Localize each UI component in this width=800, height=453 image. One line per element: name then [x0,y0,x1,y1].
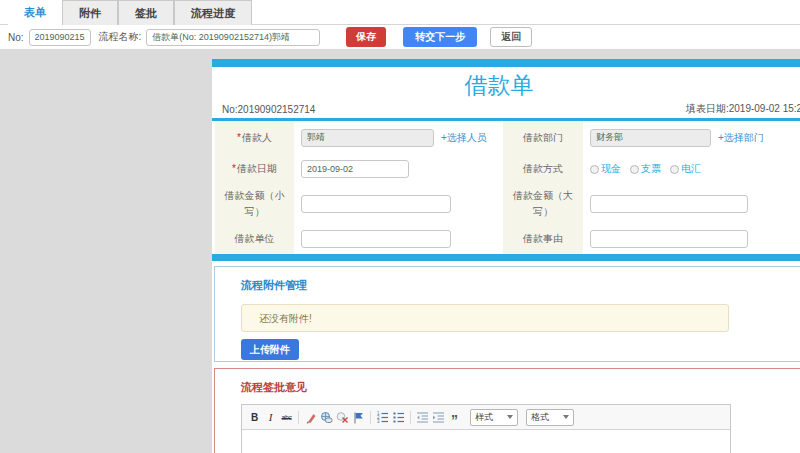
radio-cheque[interactable]: 支票 [630,162,661,176]
loan-date-input[interactable] [301,160,409,178]
loan-method-radio-group: 现金 支票 电汇 [590,162,701,176]
tab-attachment[interactable]: 附件 [62,0,118,25]
forward-next-step-button[interactable]: 转交下一步 [403,27,477,47]
amount-small-input[interactable] [301,195,451,213]
no-input[interactable] [29,29,91,46]
borrower-field: +选择人员 [294,121,503,154]
radio-cash[interactable]: 现金 [590,162,621,176]
process-name-label: 流程名称: [99,30,142,44]
action-bar: No: 流程名称: 保存 转交下一步 返回 [0,25,800,49]
loan-unit-label: 借款单位 [215,223,294,254]
loan-unit-input[interactable] [301,230,451,248]
amount-big-input[interactable] [590,195,748,213]
toolbar-separator [370,411,371,424]
bulleted-list-icon[interactable] [391,410,406,425]
no-label: No: [8,32,24,43]
strikethrough-icon[interactable]: abc [279,410,294,425]
required-mark: * [232,163,236,174]
svg-text:3: 3 [377,419,380,424]
loan-form-grid: *借款人 +选择人员 借款部门 +选择部门 *借款日期 借款方式 现金 [215,121,800,254]
document-no: No:20190902152714 [222,104,315,115]
approval-comments-section: 流程签批意见 B I abc [214,368,800,453]
styles-dropdown[interactable]: 样式 [470,409,518,426]
amount-small-label: 借款金额（小写） [215,184,294,223]
loan-date-field [294,154,503,184]
tab-form[interactable]: 表单 [8,0,62,25]
bold-icon[interactable]: B [247,410,262,425]
approval-comments-title: 流程签批意见 [241,380,800,395]
select-person-link[interactable]: +选择人员 [441,131,487,145]
format-dropdown[interactable]: 格式 [526,409,574,426]
indent-icon[interactable] [431,410,446,425]
blockquote-icon[interactable]: ” [447,410,462,425]
rich-text-editor: B I abc 123 [241,404,731,453]
attachments-title: 流程附件管理 [241,278,800,293]
radio-wire[interactable]: 电汇 [670,162,701,176]
loan-reason-label: 借款事由 [503,223,583,254]
amount-small-field [294,184,503,223]
loan-method-field: 现金 支票 电汇 [583,154,800,184]
copy-formatting-icon[interactable] [303,410,318,425]
panel-bottom-bar [212,254,800,261]
upload-attachment-button[interactable]: 上传附件 [241,339,299,360]
chevron-down-icon [563,415,569,419]
department-field: +选择部门 [583,121,800,154]
loan-method-label: 借款方式 [503,154,583,184]
radio-icon[interactable] [630,165,639,174]
panel-top-bar [212,59,800,67]
anchor-flag-icon[interactable] [351,410,366,425]
save-button[interactable]: 保存 [346,27,386,47]
amount-big-label: 借款金额（大写） [503,184,583,223]
link-icon[interactable] [319,410,334,425]
editor-toolbar: B I abc 123 [242,405,730,430]
required-mark: * [237,132,241,143]
radio-icon[interactable] [590,165,599,174]
form-panel: 借款单 No:20190902152714 填表日期:2019-09-02 15… [212,59,800,453]
tab-bar: 表单 附件 签批 流程进度 [0,0,800,25]
loan-reason-input[interactable] [590,230,748,248]
back-button[interactable]: 返回 [490,27,532,47]
document-meta: No:20190902152714 填表日期:2019-09-02 15:27:… [212,100,800,118]
unlink-icon[interactable] [335,410,350,425]
borrower-input[interactable] [301,129,434,147]
amount-big-field [583,184,800,223]
borrower-label: *借款人 [215,121,294,154]
department-input[interactable] [590,129,711,147]
department-label: 借款部门 [503,121,583,154]
chevron-down-icon [507,415,513,419]
no-attachments-alert: 还没有附件! [241,304,729,332]
editor-content-area[interactable] [242,430,730,453]
toolbar-separator [298,411,299,424]
tab-approval[interactable]: 签批 [118,0,174,25]
toolbar-separator [410,411,411,424]
loan-unit-field [294,223,503,254]
radio-icon[interactable] [670,165,679,174]
loan-date-label: *借款日期 [215,154,294,184]
attachments-section: 流程附件管理 还没有附件! 上传附件 [214,266,800,362]
outdent-icon[interactable] [415,410,430,425]
tab-progress[interactable]: 流程进度 [174,0,252,25]
process-name-input[interactable] [146,29,320,46]
numbered-list-icon[interactable]: 123 [375,410,390,425]
select-department-link[interactable]: +选择部门 [718,131,764,145]
document-title: 借款单 [212,67,786,100]
loan-reason-field [583,223,800,254]
fill-date: 填表日期:2019-09-02 15:27:1 [686,102,800,116]
italic-icon[interactable]: I [263,410,278,425]
